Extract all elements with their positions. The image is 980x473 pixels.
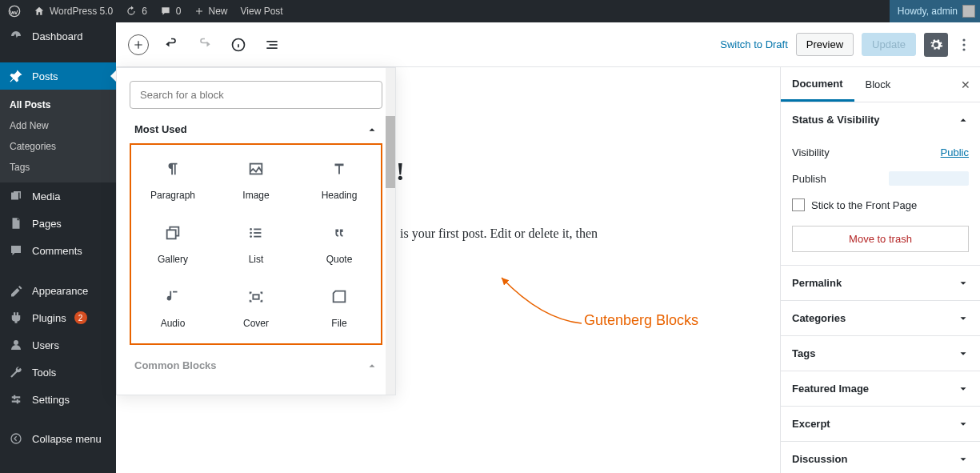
stick-checkbox[interactable] <box>792 198 805 211</box>
sidebar-label: Pages <box>32 218 62 230</box>
sidebar-item-users[interactable]: Users <box>0 331 116 359</box>
admin-sidebar: Dashboard Posts All Posts Add New Catego… <box>0 22 116 473</box>
inserter-section-common[interactable]: Common Blocks <box>130 345 382 379</box>
view-post-link[interactable]: View Post <box>241 6 283 17</box>
wp-logo[interactable] <box>8 5 21 18</box>
comments-link[interactable]: 0 <box>160 6 182 17</box>
block-audio[interactable]: Audio <box>131 276 214 340</box>
inserter-section-mostused[interactable]: Most Used <box>130 109 382 143</box>
plugins-icon <box>8 311 24 325</box>
publish-value-blurred[interactable] <box>889 171 969 186</box>
panel-label: Permalink <box>792 277 842 289</box>
more-options-button[interactable] <box>956 38 972 51</box>
svg-rect-21 <box>254 232 261 234</box>
block-inserter: Most Used Paragraph Image Head <box>116 67 396 395</box>
admin-bar: WordPress 5.0 6 0 New View Post Howdy, a… <box>0 0 980 22</box>
block-heading[interactable]: Heading <box>298 148 381 212</box>
updates-link[interactable]: 6 <box>126 6 147 17</box>
pin-icon <box>8 69 24 83</box>
submenu-tags[interactable]: Tags <box>0 157 116 178</box>
block-cover[interactable]: Cover <box>214 276 298 340</box>
switch-draft-button[interactable]: Switch to Draft <box>720 38 788 50</box>
undo-button[interactable] <box>160 34 182 56</box>
update-button[interactable]: Update <box>862 33 916 56</box>
editor-topbar: Switch to Draft Preview Update <box>116 22 980 67</box>
add-block-button[interactable] <box>128 34 149 55</box>
block-file[interactable]: File <box>298 276 381 340</box>
sidebar-item-dashboard[interactable]: Dashboard <box>0 22 116 50</box>
preview-button[interactable]: Preview <box>796 33 854 56</box>
redo-button[interactable] <box>194 34 216 56</box>
sidebar-item-appearance[interactable]: Appearance <box>0 277 116 304</box>
outline-button[interactable] <box>261 34 283 56</box>
scrollbar-thumb[interactable] <box>386 116 395 188</box>
gear-icon <box>929 38 943 52</box>
block-search-input[interactable] <box>130 81 382 109</box>
block-list[interactable]: List <box>214 212 298 276</box>
inserter-scrollbar[interactable] <box>386 68 395 395</box>
chevron-down-icon <box>958 278 969 289</box>
cover-icon <box>246 287 266 307</box>
audio-icon <box>163 287 182 307</box>
panel-label: Status & Visibility <box>792 114 880 126</box>
svg-point-1 <box>14 340 18 345</box>
settings-close-button[interactable]: ✕ <box>951 78 980 91</box>
view-post-label: View Post <box>241 6 283 17</box>
block-gallery[interactable]: Gallery <box>131 212 214 276</box>
appearance-icon <box>8 283 24 298</box>
tab-block[interactable]: Block <box>854 67 902 102</box>
panel-featured-image[interactable]: Featured Image <box>781 371 980 406</box>
tools-icon <box>8 365 24 379</box>
svg-rect-10 <box>266 41 277 42</box>
submenu-addnew[interactable]: Add New <box>0 115 116 136</box>
sidebar-item-posts[interactable]: Posts <box>0 62 116 90</box>
block-paragraph[interactable]: Paragraph <box>131 148 214 212</box>
sidebar-item-comments[interactable]: Comments <box>0 237 116 264</box>
home-icon <box>34 6 45 17</box>
post-title-tail: ! <box>396 157 405 186</box>
panel-tags[interactable]: Tags <box>781 336 980 371</box>
sidebar-item-tools[interactable]: Tools <box>0 359 116 386</box>
site-link[interactable]: WordPress 5.0 <box>34 6 113 17</box>
sidebar-label: Comments <box>32 245 82 257</box>
block-grid: Paragraph Image Heading Gallery <box>130 143 382 345</box>
submenu-allposts[interactable]: All Posts <box>0 94 116 115</box>
submenu-categories[interactable]: Categories <box>0 136 116 157</box>
panel-permalink[interactable]: Permalink <box>781 266 980 300</box>
move-to-trash-button[interactable]: Move to trash <box>792 226 969 252</box>
chevron-down-icon <box>958 419 969 430</box>
info-button[interactable] <box>227 34 250 56</box>
tab-document[interactable]: Document <box>781 67 854 102</box>
svg-point-15 <box>962 48 965 50</box>
panel-label: Featured Image <box>792 383 869 395</box>
svg-rect-3 <box>12 401 21 403</box>
svg-rect-11 <box>270 44 278 46</box>
panel-discussion[interactable]: Discussion <box>781 442 980 473</box>
sidebar-collapse[interactable]: Collapse menu <box>0 426 116 451</box>
sidebar-item-settings[interactable]: Settings <box>0 386 116 413</box>
list-icon <box>246 223 266 243</box>
block-quote[interactable]: Quote <box>298 212 381 276</box>
howdy-link[interactable]: Howdy, admin <box>890 0 980 22</box>
sidebar-item-media[interactable]: Media <box>0 182 116 210</box>
block-image[interactable]: Image <box>214 148 298 212</box>
avatar <box>962 5 975 18</box>
sidebar-label: Media <box>32 190 60 202</box>
block-label: List <box>249 254 264 265</box>
panel-categories[interactable]: Categories <box>781 301 980 335</box>
svg-rect-24 <box>253 295 258 299</box>
svg-rect-23 <box>254 236 261 238</box>
outline-icon <box>264 37 280 53</box>
sidebar-label: Tools <box>32 367 56 379</box>
sidebar-item-plugins[interactable]: Plugins 2 <box>0 304 116 331</box>
settings-toggle-button[interactable] <box>924 33 948 57</box>
editor-canvas: ! is your first post. Edit or delete it,… <box>116 67 780 473</box>
new-link[interactable]: New <box>194 6 228 17</box>
chevron-down-icon <box>958 383 969 395</box>
panel-excerpt[interactable]: Excerpt <box>781 407 980 441</box>
sidebar-item-pages[interactable]: Pages <box>0 210 116 237</box>
panel-status-visibility[interactable]: Status & Visibility <box>781 102 980 137</box>
visibility-value-link[interactable]: Public <box>941 146 969 158</box>
comments-icon <box>8 243 24 258</box>
sidebar-label: Dashboard <box>32 30 83 42</box>
